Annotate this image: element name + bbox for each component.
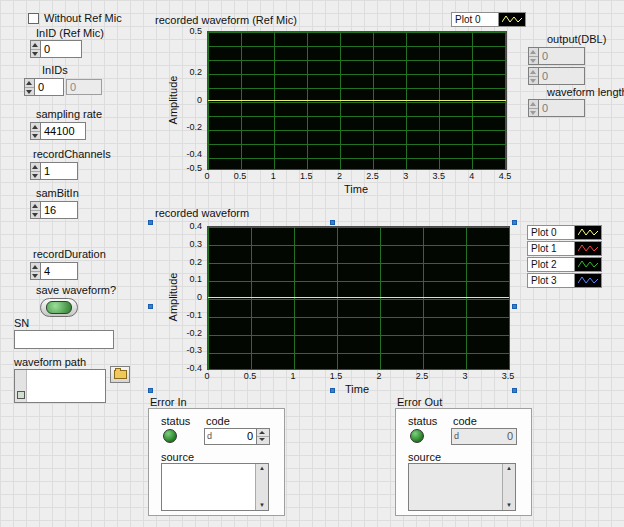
code-value[interactable]: 0	[215, 429, 256, 444]
y-tick-label: 0.3	[189, 239, 202, 249]
record-channels-control[interactable]: 1	[30, 162, 78, 180]
without-ref-mic-checkbox[interactable]: Without Ref Mic	[28, 12, 122, 24]
selection-handle[interactable]	[148, 388, 153, 393]
legend-item[interactable]: Plot 0	[527, 225, 602, 240]
error-out-label: Error Out	[397, 396, 442, 408]
plot-sample-icon	[575, 273, 602, 288]
sn-field[interactable]	[14, 330, 114, 349]
record-channels-field[interactable]: 1	[41, 162, 78, 180]
x-tick-label: 1.5	[330, 371, 343, 381]
x-tick-label: 0	[204, 371, 209, 381]
graph-recorded-waveform[interactable]: recorded waveform Amplitude 0.40.30.20.1…	[148, 204, 520, 398]
output-dbl-label: output(DBL)	[547, 33, 606, 45]
inid-ref-mic-label: InID (Ref Mic)	[36, 27, 104, 39]
error-out-code-field: d 0	[451, 428, 517, 445]
increment-decrement-icon[interactable]	[30, 262, 41, 280]
y-tick-label: -0.2	[186, 122, 202, 132]
sam-bit-in-label: samBitIn	[36, 187, 79, 199]
selection-handle[interactable]	[512, 388, 517, 393]
selection-handle[interactable]	[148, 304, 153, 309]
output-dbl-indicator-1: 0	[528, 67, 585, 85]
y-tick-label: 0.2	[189, 257, 202, 267]
increment-decrement-icon[interactable]	[30, 162, 41, 180]
x-tick-label: 4.5	[499, 171, 512, 181]
record-duration-control[interactable]: 4	[30, 262, 78, 280]
source-label: source	[161, 451, 194, 463]
status-label: status	[408, 415, 437, 427]
save-waveform-button[interactable]	[40, 298, 78, 317]
error-in-code-field[interactable]: d 0	[204, 428, 270, 445]
y-axis-ticks: 0.40.30.20.10-0.1-0.2-0.3-0.4	[148, 226, 204, 368]
plot-sample-icon	[575, 241, 602, 256]
inids-index-field[interactable]: 0	[35, 78, 64, 96]
sampling-rate-control[interactable]: 44100	[30, 122, 86, 140]
legend-item[interactable]: Plot 3	[527, 273, 602, 288]
scrollbar[interactable]: ▲ ▼	[255, 464, 268, 510]
x-tick-label: 2	[376, 371, 381, 381]
x-axis-ticks: 00.511.522.533.5	[207, 371, 508, 381]
led-oval-icon	[46, 301, 72, 314]
code-label: code	[453, 415, 477, 427]
y-tick-label: 0.1	[189, 274, 202, 284]
increment-decrement-icon[interactable]	[24, 78, 35, 96]
plot-sample-icon	[575, 225, 602, 240]
graph-title: recorded waveform (Ref Mic)	[155, 14, 297, 26]
folder-icon	[114, 370, 127, 379]
selection-handle[interactable]	[148, 220, 153, 225]
x-tick-label: 2.5	[416, 371, 429, 381]
sam-bit-in-field[interactable]: 16	[41, 201, 78, 219]
increment-decrement-icon	[528, 67, 539, 85]
inid-ref-mic-field[interactable]: 0	[41, 40, 82, 58]
waveform-path-field[interactable]	[14, 369, 106, 403]
legend-item[interactable]: Plot 1	[527, 241, 602, 256]
scrollbar[interactable]: ▲ ▼	[502, 464, 515, 510]
browse-button[interactable]	[110, 366, 130, 383]
error-in-status-led[interactable]	[163, 429, 177, 443]
x-tick-label: 3.5	[433, 171, 446, 181]
inids-label: InIDs	[42, 64, 68, 76]
selection-handle[interactable]	[330, 220, 335, 225]
scroll-down-icon[interactable]: ▼	[259, 501, 265, 510]
x-tick-label: 1	[271, 171, 276, 181]
selection-handle[interactable]	[512, 304, 517, 309]
graph-ref-mic[interactable]: recorded waveform (Ref Mic) Plot 0 Ampli…	[148, 10, 520, 202]
sam-bit-in-control[interactable]: 16	[30, 201, 78, 219]
waveform-path-text[interactable]	[27, 370, 105, 402]
output-dbl-field-1: 0	[539, 67, 585, 85]
y-tick-label: -0.3	[186, 345, 202, 355]
increment-decrement-icon[interactable]	[30, 122, 41, 140]
save-waveform-label: save waveform?	[36, 284, 116, 296]
code-label: code	[206, 415, 230, 427]
plot-legend[interactable]: Plot 0	[451, 12, 526, 27]
waveform-trace	[208, 100, 506, 101]
legend-item[interactable]: Plot 0	[451, 12, 526, 27]
inid-ref-mic-control[interactable]: 0	[30, 40, 82, 58]
selection-handle[interactable]	[330, 388, 335, 393]
error-in-source-field[interactable]: ▲ ▼	[161, 463, 269, 511]
sn-label: SN	[14, 317, 29, 329]
inids-index-control[interactable]: 0	[24, 78, 64, 96]
scroll-up-icon[interactable]: ▲	[506, 464, 512, 473]
plot-sample-icon	[575, 257, 602, 272]
record-duration-field[interactable]: 4	[41, 262, 78, 280]
graph-title: recorded waveform	[155, 207, 249, 219]
x-tick-label: 0.5	[244, 371, 257, 381]
plot-area[interactable]	[207, 31, 507, 170]
x-axis-label: Time	[344, 183, 368, 195]
plot-area[interactable]	[207, 226, 510, 370]
sampling-rate-field[interactable]: 44100	[41, 122, 86, 140]
scroll-down-icon[interactable]: ▼	[506, 501, 512, 510]
radix-indicator: d	[205, 429, 215, 444]
inids-element-field[interactable]: 0	[66, 79, 102, 95]
x-axis-ticks: 00.511.522.533.544.5	[207, 171, 505, 181]
plot-legend[interactable]: Plot 0Plot 1Plot 2Plot 3	[527, 225, 602, 288]
spinner-icon[interactable]	[256, 429, 269, 444]
x-tick-label: 3	[403, 171, 408, 181]
increment-decrement-icon[interactable]	[30, 201, 41, 219]
legend-item[interactable]: Plot 2	[527, 257, 602, 272]
checkbox-box[interactable]	[28, 13, 39, 24]
increment-decrement-icon[interactable]	[30, 40, 41, 58]
scroll-up-icon[interactable]: ▲	[259, 464, 265, 473]
selection-handle[interactable]	[512, 220, 517, 225]
waveform-length-label: waveform length	[547, 86, 624, 98]
